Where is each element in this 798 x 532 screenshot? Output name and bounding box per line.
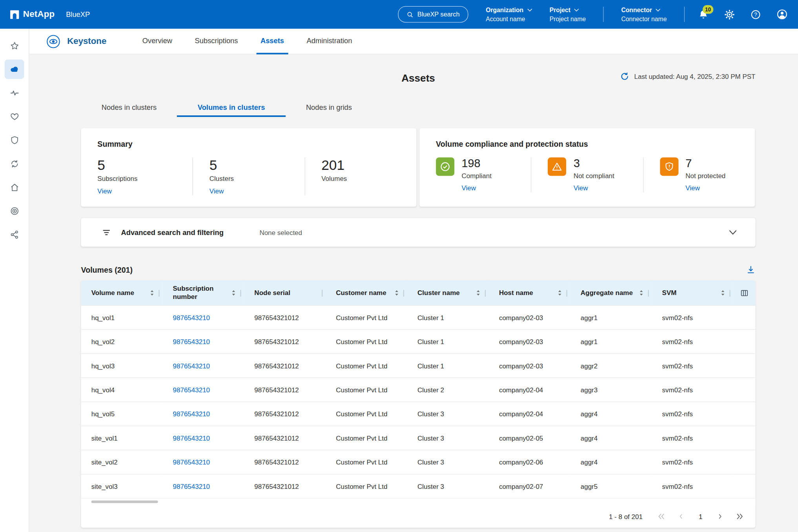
connector-menu[interactable]: Connector Connector name bbox=[621, 6, 667, 22]
not-compliant-count: 3 bbox=[574, 157, 614, 169]
project-menu[interactable]: Project Project name bbox=[550, 6, 586, 22]
first-page-button[interactable] bbox=[658, 514, 665, 520]
cell-volume-name: hq_vol1 bbox=[81, 305, 163, 329]
cell-node-serial: 987654321012 bbox=[244, 402, 326, 426]
sidebar-item-protection[interactable] bbox=[0, 128, 29, 152]
sidebar-item-storage[interactable] bbox=[0, 57, 29, 81]
column-subscription-number[interactable]: Subscription number| bbox=[162, 281, 244, 305]
advanced-search-bar[interactable]: Advanced search and filtering None selec… bbox=[81, 218, 756, 247]
subscription-link[interactable]: 9876543210 bbox=[173, 482, 210, 490]
warning-triangle-icon bbox=[548, 157, 567, 176]
table-row: hq_vol3 9876543210 987654321012 Customer… bbox=[81, 353, 756, 377]
column-separator: | bbox=[729, 288, 731, 297]
summary-clusters: 5 Clusters View bbox=[193, 157, 304, 195]
clusters-label: Clusters bbox=[210, 175, 304, 183]
tab-assets[interactable]: Assets bbox=[257, 29, 288, 54]
subscription-link[interactable]: 9876543210 bbox=[173, 458, 210, 466]
sort-icon[interactable] bbox=[639, 290, 644, 296]
table-row: hq_vol1 9876543210 987654321012 Customer… bbox=[81, 305, 756, 329]
heart-icon bbox=[9, 111, 19, 121]
check-circle-icon bbox=[436, 157, 454, 176]
columns-icon[interactable] bbox=[740, 288, 749, 297]
column-svm[interactable]: SVM| bbox=[652, 281, 733, 305]
nodes-icon bbox=[9, 230, 19, 239]
subscription-link[interactable]: 9876543210 bbox=[173, 410, 210, 418]
column-cluster-name[interactable]: Cluster name| bbox=[407, 281, 489, 305]
subscription-link[interactable]: 9876543210 bbox=[173, 386, 210, 394]
bluexp-search-button[interactable]: BlueXP search bbox=[398, 6, 468, 23]
view-subscriptions-link[interactable]: View bbox=[97, 187, 112, 195]
sidebar-item-infrastructure[interactable] bbox=[0, 175, 29, 199]
chevron-down-icon[interactable] bbox=[729, 230, 737, 235]
service-title: Keystone bbox=[67, 36, 106, 46]
subscription-link[interactable]: 9876543210 bbox=[173, 434, 210, 442]
column-volume-name[interactable]: Volume name| bbox=[81, 281, 163, 305]
filter-label: Advanced search and filtering bbox=[121, 228, 223, 237]
cell-cluster-name: Cluster 3 bbox=[407, 402, 489, 426]
settings-button[interactable] bbox=[724, 9, 735, 20]
keystone-logo bbox=[46, 34, 61, 49]
column-settings[interactable] bbox=[733, 281, 755, 305]
tab-nodes-in-grids[interactable]: Nodes in grids bbox=[286, 98, 373, 117]
cell-aggregate-name: aggr5 bbox=[570, 474, 652, 498]
download-icon[interactable] bbox=[746, 265, 756, 275]
cell-volume-name: site_vol1 bbox=[81, 426, 163, 450]
current-page[interactable]: 1 bbox=[697, 513, 704, 521]
column-label: Host name bbox=[499, 289, 535, 297]
column-separator: | bbox=[321, 288, 323, 297]
next-page-button[interactable] bbox=[718, 514, 723, 520]
column-separator: | bbox=[647, 288, 649, 297]
scrollbar-thumb[interactable] bbox=[91, 501, 158, 503]
sidebar-item-health[interactable] bbox=[0, 105, 29, 128]
view-not-protected-link[interactable]: View bbox=[685, 184, 700, 192]
sort-icon[interactable] bbox=[150, 290, 155, 296]
sidebar-item-mobility[interactable] bbox=[0, 152, 29, 175]
cell-cluster-name: Cluster 1 bbox=[407, 330, 489, 353]
subscription-link[interactable]: 9876543210 bbox=[173, 362, 210, 370]
sort-icon[interactable] bbox=[476, 290, 481, 296]
summary-subscriptions: 5 Subscriptions View bbox=[81, 157, 193, 195]
table-row: hq_vol5 9876543210 987654321012 Customer… bbox=[81, 402, 756, 426]
cell-volume-name: site_vol2 bbox=[81, 450, 163, 474]
refresh-icon[interactable] bbox=[620, 72, 629, 81]
table-row: site_vol3 9876543210 987654321012 Custom… bbox=[81, 474, 756, 498]
account-button[interactable] bbox=[776, 9, 788, 20]
tab-administration[interactable]: Administration bbox=[302, 29, 356, 54]
sidebar-item-extensions[interactable] bbox=[0, 222, 29, 246]
tab-volumes-in-clusters[interactable]: Volumes in clusters bbox=[177, 98, 285, 117]
sort-icon[interactable] bbox=[231, 290, 236, 296]
view-clusters-link[interactable]: View bbox=[210, 187, 224, 195]
sidebar-item-favorites[interactable] bbox=[0, 34, 29, 57]
cell-host-name: company02-05 bbox=[489, 426, 570, 450]
column-customer-name[interactable]: Customer name| bbox=[326, 281, 407, 305]
tab-subscriptions[interactable]: Subscriptions bbox=[191, 29, 242, 54]
column-separator: | bbox=[240, 288, 242, 297]
prev-page-button[interactable] bbox=[678, 514, 683, 520]
organization-menu[interactable]: Organization Account name bbox=[486, 6, 532, 22]
last-page-button[interactable] bbox=[736, 514, 743, 520]
sort-icon[interactable] bbox=[395, 290, 399, 296]
column-host-name[interactable]: Host name| bbox=[489, 281, 570, 305]
subscription-link[interactable]: 9876543210 bbox=[173, 338, 210, 346]
header-divider bbox=[603, 7, 604, 22]
sidebar-item-analytics[interactable] bbox=[0, 81, 29, 105]
notifications-button[interactable]: 10 bbox=[698, 9, 709, 20]
view-not-compliant-link[interactable]: View bbox=[574, 184, 588, 192]
help-button[interactable]: ? bbox=[750, 9, 761, 20]
view-compliant-link[interactable]: View bbox=[461, 184, 476, 192]
sort-icon[interactable] bbox=[558, 290, 562, 296]
tab-nodes-in-clusters[interactable]: Nodes in clusters bbox=[81, 98, 177, 117]
cell-actions bbox=[733, 402, 755, 426]
cell-host-name: company02-04 bbox=[489, 378, 570, 402]
header-actions: 10 ? bbox=[698, 9, 792, 20]
subscription-link[interactable]: 9876543210 bbox=[173, 313, 210, 321]
column-node-serial[interactable]: Node serial| bbox=[244, 281, 326, 305]
sort-icon[interactable] bbox=[721, 290, 725, 296]
horizontal-scrollbar[interactable] bbox=[81, 498, 756, 505]
sidebar-item-governance[interactable] bbox=[0, 199, 29, 222]
cell-volume-name: hq_vol3 bbox=[81, 353, 163, 377]
column-separator: | bbox=[158, 288, 160, 297]
tab-overview[interactable]: Overview bbox=[138, 29, 176, 54]
product-name: BlueXP bbox=[66, 10, 90, 18]
column-aggregate-name[interactable]: Aggregate name| bbox=[570, 281, 652, 305]
